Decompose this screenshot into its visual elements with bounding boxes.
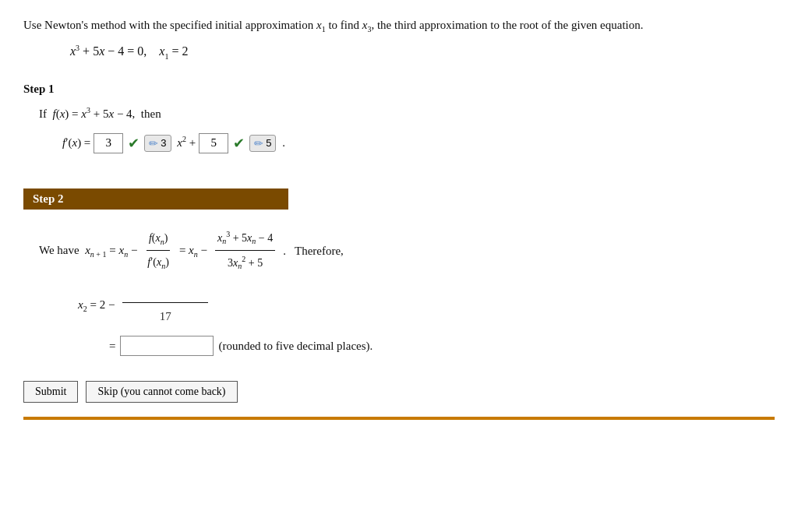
problem-intro: Use Newton's method with the specified i… [23,16,775,36]
step1-input1[interactable] [94,133,123,153]
x2-fraction: 17 [122,283,208,328]
pencil-icon-2: ✏ [254,137,263,150]
x2-value-input[interactable] [120,336,214,356]
bottom-buttons: Submit Skip (you cannot come back) [23,381,775,403]
equals-sign: = [109,334,115,358]
step2-fraction2: xn3 + 5xn − 4 3xn2 + 5 [215,227,275,275]
pencil-icon-1: ✏ [149,137,158,150]
step1-period: . [279,132,285,153]
pencil-btn-2-label: 5 [266,137,271,149]
step1-x2-text: x2 + [175,132,196,153]
equals-row: = (rounded to five decimal places). [109,334,775,358]
step2-label: Step 2 [23,188,288,210]
step2-fraction1: f(xn) f′(xn) [145,227,171,275]
x2-row: x2 = 2 − 17 [78,283,775,328]
check-icon-1: ✔ [128,131,139,156]
pencil-btn-2[interactable]: ✏ 5 [249,135,276,152]
step1-if-line: If f(x) = x3 + 5x − 4, then [39,104,775,125]
submit-button[interactable]: Submit [23,381,78,403]
x2-label: x2 = 2 − [78,293,115,317]
pencil-btn-1[interactable]: ✏ 3 [144,135,171,152]
x2-numerator-input[interactable] [122,283,208,303]
rounded-text: (rounded to five decimal places). [218,334,373,358]
x2-denom: 17 [160,303,171,328]
skip-button[interactable]: Skip (you cannot come back) [86,381,237,403]
step2-therefore: . Therefore, [283,239,344,262]
step1-label: Step 1 [23,83,775,96]
step2-have: We have xn + 1 = xn − [39,238,137,262]
step2-equals: = xn − [179,238,207,262]
check-icon-2: ✔ [233,131,245,156]
bottom-border [23,417,775,420]
main-equation: x3 + 5x − 4 = 0, x1 = 2 [70,44,775,61]
step1-input2[interactable] [199,133,228,153]
step1-fprime-line: f′(x) = ✔ ✏ 3 x2 + ✔ ✏ 5 . [62,131,775,156]
pencil-btn-1-label: 3 [161,137,166,149]
step2-formula: We have xn + 1 = xn − f(xn) f′(xn) = xn … [39,227,775,275]
